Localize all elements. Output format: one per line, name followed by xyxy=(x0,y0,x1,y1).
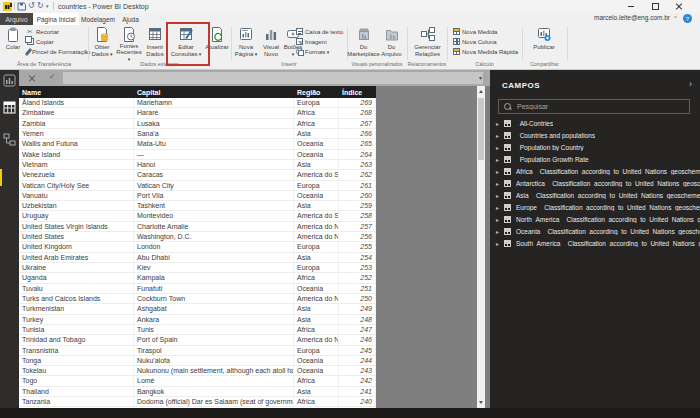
scroll-up-icon[interactable] xyxy=(479,90,483,93)
expander-icon[interactable]: ▸ xyxy=(496,228,499,235)
pincel-formatacao-button[interactable]: Pincel de Formatação xyxy=(27,47,90,56)
field-table-item[interactable]: ▸ Asia__Classification_according_to_Unit… xyxy=(490,189,700,201)
table-row[interactable]: Turkey Ankara Asia 248 xyxy=(19,315,376,325)
table-row[interactable]: Wake Island — Oceania 264 xyxy=(19,150,376,160)
table-row[interactable]: Tokelau Nukunonu (main settlement, altho… xyxy=(19,366,376,376)
nova-medida-rapida-button[interactable]: Nova Medida Rápida xyxy=(453,47,518,56)
expander-icon[interactable]: ▸ xyxy=(496,180,499,187)
table-row[interactable]: Thailand Bangkok Asia 241 xyxy=(19,387,376,397)
undo-icon[interactable]: ↺ xyxy=(28,1,35,11)
table-row[interactable]: Uruguay Montevideo America do Sul 258 xyxy=(19,211,376,221)
table-row[interactable]: United States Washington, D.C. America d… xyxy=(19,232,376,242)
copiar-button[interactable]: Copiar xyxy=(27,37,54,46)
table-row[interactable]: Tuvalu Funafuti Oceania 251 xyxy=(19,284,376,294)
table-row[interactable]: United Kingdom London Europa 255 xyxy=(19,242,376,252)
obter-dados-button[interactable]: Obter Dados xyxy=(89,26,115,62)
table-row[interactable]: Wallis and Futuna Mata-Utu Oceania 265 xyxy=(19,139,376,149)
scrollbar-thumb[interactable] xyxy=(478,98,484,160)
tab-arquivo[interactable]: Arquivo xyxy=(0,13,33,25)
field-table-item[interactable]: ▸ South_America__Classification_accordin… xyxy=(490,237,700,249)
expander-icon[interactable]: ▸ xyxy=(496,144,499,151)
tab-ajuda[interactable]: Ajuda xyxy=(117,13,144,25)
fontes-recentes-button[interactable]: Fontes Recentes xyxy=(115,26,143,62)
redo-icon[interactable]: ↻ xyxy=(37,1,44,11)
field-table-item[interactable]: ▸ _Population Growth Rate xyxy=(490,153,700,165)
expander-icon[interactable]: ▸ xyxy=(496,132,499,139)
minimize-button[interactable] xyxy=(622,0,640,12)
expander-icon[interactable]: ▸ xyxy=(496,204,499,211)
expander-icon[interactable]: ▸ xyxy=(496,216,499,223)
table-row[interactable]: Vietnam Hanoi Asia 263 xyxy=(19,160,376,170)
field-table-item[interactable]: ▸ Africa__Classification_according_to_Un… xyxy=(490,165,700,177)
account-email[interactable]: marcelo.leite@eng.com.br xyxy=(470,14,670,25)
tab-modelagem[interactable]: Modelagem xyxy=(80,13,116,25)
table-row[interactable]: Tunisia Tunis Africa 247 xyxy=(19,325,376,335)
visual-novo-button[interactable]: Visual Novo xyxy=(259,26,283,62)
cancel-entry-icon[interactable] xyxy=(28,74,36,82)
column-header-regiao[interactable]: Região xyxy=(294,86,339,98)
table-row[interactable]: United Arab Emirates Abu Dhabi Asia 254 xyxy=(19,253,376,263)
collapse-ribbon-icon[interactable]: ^ xyxy=(674,15,677,21)
field-table-item[interactable]: ▸ Antarctica__Classification_according_t… xyxy=(490,177,700,189)
nova-pagina-button[interactable]: Nova Página xyxy=(233,26,259,62)
do-marketplace-button[interactable]: Do Marketplace xyxy=(349,26,378,62)
close-button[interactable] xyxy=(670,0,688,12)
collapse-panel-icon[interactable]: › xyxy=(689,79,692,89)
column-header-name[interactable]: Name xyxy=(19,86,134,98)
field-table-item[interactable]: ▸ _All-Contries xyxy=(490,117,700,129)
do-arquivo-button[interactable]: Do Arquivo xyxy=(378,26,405,62)
table-row[interactable]: Venezuela Caracas America do Sul 262 xyxy=(19,170,376,180)
table-row[interactable]: Zimbabwe Harare Africa 268 xyxy=(19,108,376,118)
table-row[interactable]: Togo Lomé Africa 242 xyxy=(19,376,376,386)
table-row[interactable]: Uzbekistan Tashkent Asia 259 xyxy=(19,201,376,211)
tab-pagina-inicial[interactable]: Página Inicial xyxy=(33,13,79,25)
model-view-icon[interactable] xyxy=(3,133,16,146)
field-table-item[interactable]: ▸ Oceania__Classification_according_to_U… xyxy=(490,225,700,237)
colar-button[interactable]: Colar xyxy=(2,26,24,62)
field-table-item[interactable]: ▸ _Countries and populations xyxy=(490,129,700,141)
table-row[interactable]: Turkmenistan Ashgabat Asia 249 xyxy=(19,304,376,314)
expander-icon[interactable]: ▸ xyxy=(496,168,499,175)
caixa-de-texto-button[interactable]: Caixa de texto xyxy=(296,27,343,36)
inserir-dados-button[interactable]: Inserir Dados xyxy=(143,26,167,62)
maximize-button[interactable] xyxy=(646,0,664,12)
quick-access-caret-icon[interactable]: ▾ xyxy=(46,3,49,9)
expander-icon[interactable]: ▸ xyxy=(496,192,499,199)
imagem-button[interactable]: Imagem xyxy=(296,37,327,46)
formula-input[interactable] xyxy=(63,72,483,84)
vertical-scrollbar[interactable] xyxy=(477,86,485,408)
formula-expand-icon[interactable]: ▾ xyxy=(479,74,482,81)
expander-icon[interactable]: ▸ xyxy=(496,156,499,163)
column-header-capital[interactable]: Capital xyxy=(134,86,294,98)
save-icon[interactable] xyxy=(17,2,26,11)
recortar-button[interactable]: ✂ Recortar xyxy=(27,27,59,36)
table-row[interactable]: Ukraine Kiev Europa 253 xyxy=(19,263,376,273)
table-row[interactable]: United States Virgin Islands Charlotte A… xyxy=(19,222,376,232)
data-view-icon[interactable] xyxy=(3,101,16,114)
table-row[interactable]: Vatican City/Holy See Vatican City Europ… xyxy=(19,181,376,191)
expander-icon[interactable]: ▸ xyxy=(496,240,499,247)
formas-button[interactable]: Formas xyxy=(296,47,329,56)
report-view-icon[interactable] xyxy=(3,74,16,87)
table-row[interactable]: Turks and Caicos Islands Cockburn Town A… xyxy=(19,294,376,304)
table-row[interactable]: Tanzania Dodoma (official) Dar es Salaam… xyxy=(19,397,376,407)
table-row[interactable]: Trinidad and Tobago Port of Spain Americ… xyxy=(19,335,376,345)
help-icon[interactable]: ? xyxy=(683,14,692,23)
table-row[interactable]: Åland Islands Mariehamn Europa 269 xyxy=(19,98,376,108)
nova-coluna-button[interactable]: Nova Coluna xyxy=(453,37,497,46)
search-input[interactable] xyxy=(515,102,689,111)
nova-medida-button[interactable]: Nova Medida xyxy=(453,27,497,36)
commit-entry-icon[interactable]: ✓ xyxy=(49,72,56,81)
search-box[interactable] xyxy=(498,99,690,114)
column-header-indice[interactable]: Índice xyxy=(339,86,376,98)
table-row[interactable]: Uganda Kampala Africa 252 xyxy=(19,273,376,283)
gerenciar-relacoes-button[interactable]: Gerenciar Relações xyxy=(409,26,446,62)
scroll-down-icon[interactable] xyxy=(479,401,483,404)
field-table-item[interactable]: ▸ Europe__Classification_according_to_Un… xyxy=(490,201,700,213)
publicar-button[interactable]: Publicar xyxy=(528,26,560,62)
table-row[interactable]: Zambia Lusaka Africa 267 xyxy=(19,119,376,129)
expander-icon[interactable]: ▸ xyxy=(496,120,499,127)
table-row[interactable]: Tonga Nuku'alofa Oceania 244 xyxy=(19,356,376,366)
field-table-item[interactable]: ▸ _Population by Country xyxy=(490,141,700,153)
field-table-item[interactable]: ▸ North_America__Classification_accordin… xyxy=(490,213,700,225)
